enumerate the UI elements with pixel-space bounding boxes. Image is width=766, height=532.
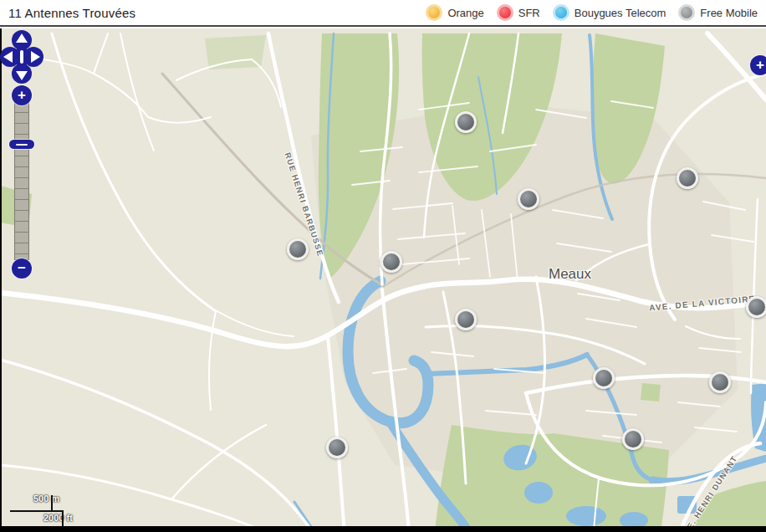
- antenna-marker[interactable]: [380, 251, 402, 273]
- operator-color-icon: [426, 4, 442, 21]
- antenna-marker[interactable]: [622, 428, 644, 450]
- scale-bar: 500 m 2000 ft: [0, 489, 92, 530]
- page-title: 11 Antennes Trouvées: [8, 6, 135, 20]
- legend-label: SFR: [518, 7, 540, 19]
- operator-color-icon: [497, 4, 513, 21]
- antenna-marker[interactable]: [518, 188, 539, 210]
- scale-baseline: [10, 510, 64, 512]
- legend-label: Orange: [447, 7, 483, 19]
- antenna-marker[interactable]: [287, 238, 309, 260]
- legend-item-orange: Orange: [426, 4, 483, 21]
- legend-item-sfr: SFR: [497, 4, 540, 21]
- pan-center-handle: [20, 50, 23, 64]
- zoom-in-button[interactable]: +: [12, 85, 32, 105]
- legend-label: Bouygues Telecom: [574, 7, 666, 19]
- legend-item-bouygues-telecom: Bouygues Telecom: [553, 4, 666, 21]
- map-pan-control[interactable]: [0, 28, 43, 85]
- attribution-bar: [0, 526, 766, 532]
- antenna-marker[interactable]: [593, 367, 615, 389]
- zoom-slider-track[interactable]: [14, 101, 29, 260]
- scale-metric-label: 500 m: [33, 494, 59, 504]
- scale-imperial-tick: [62, 510, 64, 527]
- antenna-marker[interactable]: [677, 167, 698, 189]
- markers-layer: [0, 28, 766, 532]
- zoom-out-button[interactable]: −: [12, 258, 32, 279]
- handle-minus-icon: [16, 144, 28, 146]
- antenna-marker[interactable]: [455, 111, 477, 133]
- antenna-marker[interactable]: [709, 371, 731, 393]
- scale-metric-tick: [51, 495, 53, 512]
- legend: OrangeSFRBouygues TelecomFree Mobile: [426, 4, 758, 21]
- zoom-in-button-right[interactable]: +: [750, 55, 766, 75]
- scale-imperial-label: 2000 ft: [43, 513, 73, 523]
- header: 11 Antennes Trouvées OrangeSFRBouygues T…: [0, 0, 766, 27]
- operator-color-icon: [678, 4, 695, 21]
- operator-color-icon: [553, 4, 569, 21]
- antenna-marker[interactable]: [326, 437, 348, 458]
- antenna-marker[interactable]: [746, 296, 766, 318]
- legend-label: Free Mobile: [700, 7, 758, 19]
- zoom-slider-handle[interactable]: [9, 140, 34, 149]
- map-viewport[interactable]: Meaux RUE HENRI BARBUSSE AVE. DE LA VICT…: [0, 28, 766, 532]
- legend-item-free-mobile: Free Mobile: [678, 4, 758, 21]
- antenna-marker[interactable]: [455, 309, 477, 330]
